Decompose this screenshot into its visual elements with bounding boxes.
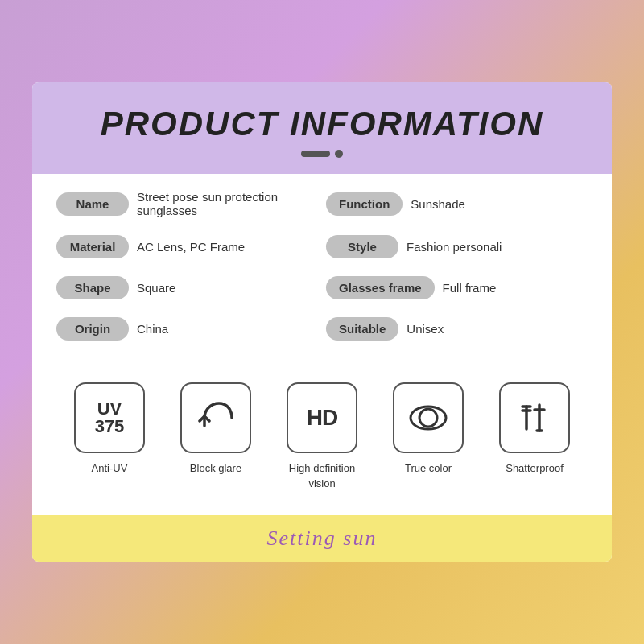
shape-label: Shape (56, 276, 129, 299)
style-pair: Style Fashion personali (326, 235, 588, 258)
uv-icon: UV375 (95, 400, 125, 436)
suitable-value: Unisex (407, 322, 588, 336)
hd-vision-icon-box: HD (287, 382, 357, 453)
shatterproof-icon-box (499, 382, 570, 453)
name-label: Name (56, 192, 129, 216)
glasses-frame-pair: Glasses frame Full frame (326, 276, 588, 299)
info-row-shape-frame: Shape Square Glasses frame Full frame (56, 276, 588, 299)
feature-hd-vision: HD High definition vision (278, 382, 366, 490)
dot-long (301, 151, 330, 157)
info-row-name-function: Name Street pose sun protection sunglass… (56, 190, 588, 217)
dots-decoration (48, 150, 596, 158)
origin-pair: Origin China (56, 317, 318, 341)
tools-icon (512, 395, 557, 440)
material-label: Material (56, 235, 129, 258)
svg-point-1 (419, 409, 437, 427)
page-title: PRODUCT INFORMATION (48, 105, 596, 143)
feature-anti-uv: UV375 Anti-UV (65, 382, 154, 476)
anti-uv-label: Anti-UV (92, 461, 128, 476)
true-color-icon-box (393, 382, 464, 453)
footer-text: Setting sun (267, 526, 378, 550)
name-pair: Name Street pose sun protection sunglass… (56, 190, 318, 217)
shatterproof-label: Shatterproof (506, 461, 564, 476)
feature-true-color: True color (384, 382, 473, 476)
suitable-label: Suitable (326, 317, 398, 341)
eye-lens-icon (406, 395, 451, 440)
shape-value: Square (137, 281, 318, 295)
style-value: Fashion personali (407, 240, 588, 254)
material-pair: Material AC Lens, PC Frame (56, 235, 318, 258)
style-label: Style (326, 235, 398, 258)
feature-block-glare: Block glare (171, 382, 260, 476)
features-section: UV375 Anti-UV Block glare HD High defini… (32, 366, 612, 514)
block-glare-label: Block glare (190, 461, 242, 476)
material-value: AC Lens, PC Frame (137, 240, 318, 254)
dot-small (335, 150, 343, 158)
glasses-frame-label: Glasses frame (326, 276, 435, 299)
main-card: PRODUCT INFORMATION Name Street pose sun… (32, 82, 612, 561)
function-label: Function (326, 192, 402, 216)
origin-value: China (137, 322, 318, 336)
function-value: Sunshade (411, 197, 588, 211)
info-row-origin-suitable: Origin China Suitable Unisex (56, 317, 588, 341)
true-color-label: True color (405, 461, 452, 476)
shape-pair: Shape Square (56, 276, 318, 299)
feature-shatterproof: Shatterproof (490, 382, 579, 476)
block-glare-icon-box (180, 382, 251, 453)
anti-uv-icon-box: UV375 (74, 382, 145, 453)
info-row-material-style: Material AC Lens, PC Frame Style Fashion… (56, 235, 588, 258)
hd-vision-label: High definition vision (278, 461, 366, 490)
footer-section: Setting sun (32, 515, 612, 562)
hd-icon: HD (307, 405, 337, 431)
return-arrow-icon (193, 395, 238, 440)
glasses-frame-value: Full frame (443, 281, 588, 295)
info-section: Name Street pose sun protection sunglass… (32, 174, 612, 366)
suitable-pair: Suitable Unisex (326, 317, 588, 341)
header-section: PRODUCT INFORMATION (32, 82, 612, 174)
function-pair: Function Sunshade (326, 192, 588, 216)
origin-label: Origin (56, 317, 129, 341)
name-value: Street pose sun protection sunglasses (137, 190, 318, 217)
